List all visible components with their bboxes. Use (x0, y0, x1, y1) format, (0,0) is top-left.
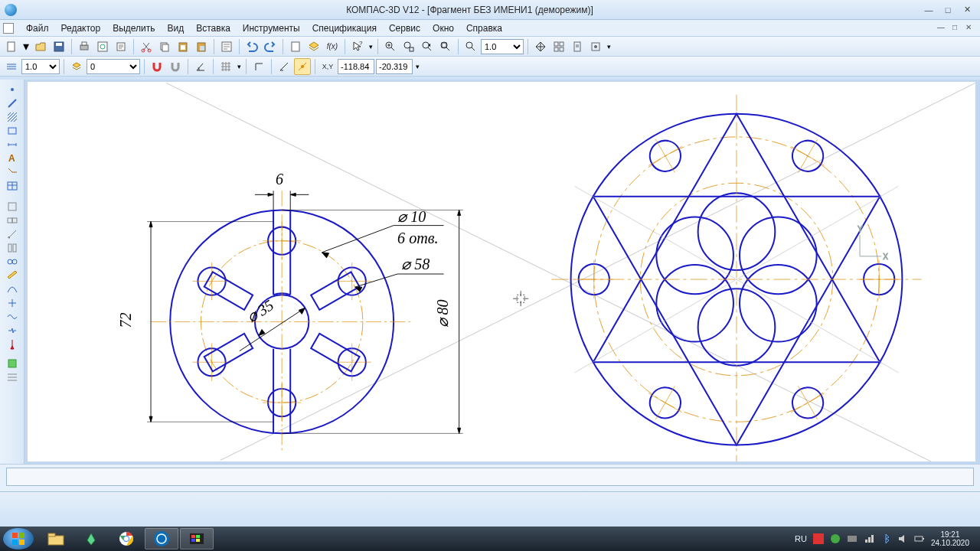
menu-select[interactable]: Выделить (106, 21, 161, 35)
magnet-on-button[interactable] (149, 58, 165, 75)
fx-button[interactable]: f(x) (324, 38, 341, 55)
taskbar-explorer[interactable] (39, 528, 73, 549)
ortho-off-button[interactable] (250, 58, 267, 75)
tool-pin[interactable] (4, 337, 21, 350)
taskbar-app2[interactable] (180, 528, 214, 549)
grid-view-button[interactable] (550, 38, 567, 55)
tray-flag-icon[interactable] (813, 533, 824, 544)
tool-library[interactable] (4, 357, 21, 370)
line-style-button[interactable] (3, 58, 20, 75)
tool-measure[interactable] (4, 269, 21, 282)
tray-battery-icon[interactable] (914, 533, 925, 544)
ortho-on-button[interactable] (276, 58, 292, 75)
new-dropdown[interactable]: ▾ (21, 38, 31, 55)
layers-button[interactable] (305, 38, 322, 55)
drawing-canvas[interactable]: 6 72 ⌀ 8 (28, 82, 975, 461)
print-setup-button[interactable] (113, 38, 129, 55)
new-button[interactable] (3, 38, 20, 55)
line-style-select[interactable]: 1.0 (21, 59, 60, 74)
tray-volume-icon[interactable] (897, 533, 908, 544)
menu-editor[interactable]: Редактор (55, 21, 107, 35)
tool-associate[interactable] (4, 255, 21, 268)
tool-edit3[interactable] (4, 227, 21, 240)
dim-6: 6 (276, 171, 283, 187)
taskbar-kompas[interactable] (145, 528, 178, 549)
layer-icon[interactable] (68, 58, 85, 75)
menu-window[interactable]: Окно (426, 21, 460, 35)
zoom-scale-button[interactable] (462, 38, 479, 55)
grid-button[interactable] (217, 58, 234, 75)
inner-close[interactable]: ✕ (962, 21, 975, 32)
angle-button[interactable] (192, 58, 209, 75)
pin-button[interactable] (587, 38, 604, 55)
tool-edit2[interactable] (4, 214, 21, 227)
menu-view[interactable]: Вид (162, 21, 191, 35)
zoom-select[interactable]: 1.0 (481, 39, 524, 54)
sheet-button[interactable] (287, 38, 304, 55)
menu-file[interactable]: Файл (20, 21, 55, 35)
tool-edit4[interactable] (4, 241, 21, 254)
tool-text[interactable]: A (4, 152, 21, 165)
redo-button[interactable] (262, 38, 279, 55)
inner-minimize[interactable]: — (934, 21, 948, 32)
minimize-button[interactable]: — (920, 4, 937, 16)
start-button[interactable] (3, 528, 34, 549)
tool-hatch[interactable] (4, 110, 21, 123)
copy-button[interactable] (156, 38, 173, 55)
menu-tools[interactable]: Инструменты (237, 21, 306, 35)
layer-select[interactable]: 0 (87, 59, 140, 74)
print-button[interactable] (76, 38, 93, 55)
tray-clock[interactable]: 19:21 24.10.2020 (931, 530, 969, 547)
tray-network-icon[interactable] (864, 533, 874, 544)
menu-service[interactable]: Сервис (383, 21, 426, 35)
coord-overflow[interactable]: ▾ (414, 58, 420, 75)
tracking-button[interactable] (294, 58, 311, 75)
tray-bluetooth-icon[interactable] (880, 533, 891, 544)
coord-x-input[interactable] (338, 59, 374, 74)
zoom-prev-button[interactable] (419, 38, 436, 55)
tray-lang[interactable]: RU (795, 534, 807, 543)
magnet-off-button[interactable] (167, 58, 184, 75)
tool-dimension[interactable] (4, 138, 21, 151)
paste-button[interactable] (175, 38, 191, 55)
taskbar-chrome[interactable] (109, 528, 143, 549)
zoom-window-button[interactable] (400, 38, 417, 55)
inner-maximize[interactable]: □ (948, 21, 962, 32)
tray-shield-icon[interactable] (830, 533, 841, 544)
tool-table[interactable] (4, 179, 21, 192)
tool-leader[interactable] (4, 165, 21, 178)
preview-button[interactable] (94, 38, 111, 55)
tray-camera-icon[interactable] (847, 533, 858, 544)
tool-wavy[interactable] (4, 310, 21, 323)
scroll-button[interactable] (569, 38, 586, 55)
close-button[interactable]: ✕ (959, 4, 975, 16)
tool-toolbar-settings[interactable] (4, 370, 21, 383)
zoom-all-button[interactable] (437, 38, 454, 55)
grid-dropdown[interactable]: ▾ (236, 58, 242, 75)
toolbar-overflow[interactable]: ▾ (606, 38, 612, 55)
tool-trim[interactable] (4, 296, 21, 309)
zoom-in-button[interactable] (382, 38, 399, 55)
help-cursor-button[interactable]: ? (349, 38, 366, 55)
pan-button[interactable] (532, 38, 549, 55)
properties-button[interactable] (218, 38, 235, 55)
open-button[interactable] (32, 38, 49, 55)
paste-special-button[interactable] (193, 38, 210, 55)
menu-spec[interactable]: Спецификация (306, 21, 383, 35)
menu-insert[interactable]: Вставка (190, 21, 237, 35)
tool-rect[interactable] (4, 124, 21, 137)
coord-y-input[interactable] (376, 59, 413, 74)
maximize-button[interactable]: □ (939, 4, 956, 16)
undo-button[interactable] (243, 38, 260, 55)
tool-segment[interactable] (4, 96, 21, 109)
help-dropdown[interactable]: ▾ (368, 38, 374, 55)
tool-curve[interactable] (4, 282, 21, 295)
tool-break[interactable] (4, 324, 21, 337)
tool-edit1[interactable] (4, 200, 21, 213)
tool-point[interactable] (4, 83, 21, 96)
command-input[interactable] (6, 468, 974, 486)
save-button[interactable] (51, 38, 67, 55)
menu-help[interactable]: Справка (460, 21, 508, 35)
cut-button[interactable] (138, 38, 155, 55)
taskbar-app1[interactable] (74, 528, 108, 549)
